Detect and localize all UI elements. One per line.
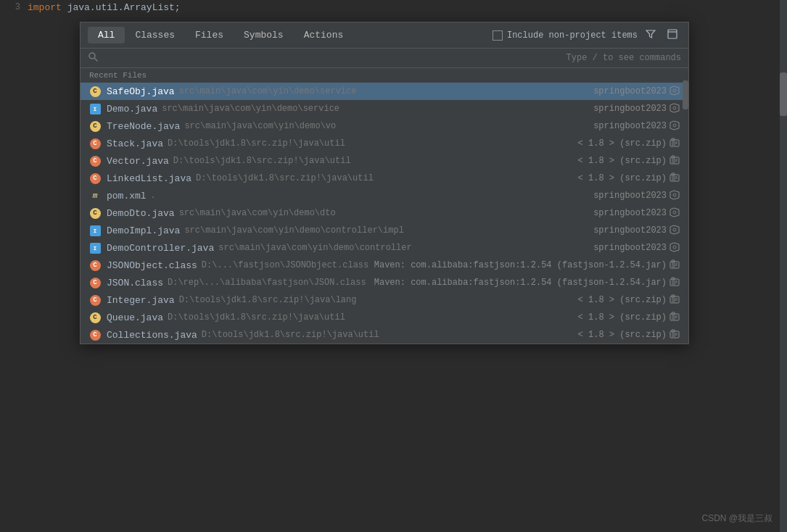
svg-point-23 [673, 211, 676, 214]
popup-scrollbar[interactable] [683, 80, 688, 344]
file-name: Collections.java [107, 330, 197, 341]
window-icon[interactable] [664, 28, 681, 43]
tab-classes[interactable]: Classes [125, 27, 185, 43]
file-project: springboot2023 [593, 242, 680, 254]
svg-point-4 [673, 89, 676, 92]
file-project: < 1.8 > (src.zip) [578, 173, 680, 185]
list-item[interactable]: C Collections.java D:\tools\jdk1.8\src.z… [81, 326, 688, 344]
file-name: SafeObj.java [107, 86, 175, 97]
popup-scrollbar-thumb[interactable] [683, 80, 688, 109]
search-input[interactable] [104, 53, 561, 64]
file-icon: I [89, 242, 101, 254]
file-project: < 1.8 > (src.zip) [578, 294, 680, 307]
main-scrollbar-thumb[interactable] [780, 72, 787, 116]
non-project-checkbox[interactable] [493, 30, 503, 41]
file-icon: m [89, 190, 101, 201]
file-project: < 1.8 > (src.zip) [578, 138, 680, 150]
tabs-row: All Classes Files Symbols Actions Includ… [81, 22, 688, 49]
file-name: Stack.java [107, 138, 163, 149]
list-item[interactable]: I DemoController.java src\main\java\com\… [81, 239, 688, 257]
file-icon: C [89, 329, 101, 341]
search-popup: All Classes Files Symbols Actions Includ… [80, 22, 689, 344]
list-item[interactable]: C TreeNode.java src\main\java\com\yin\de… [81, 117, 688, 135]
list-item[interactable]: C JSON.class D:\rep\...\alibaba\fastjson… [81, 274, 688, 291]
file-name: DemoController.java [107, 243, 214, 254]
search-icon [88, 51, 98, 65]
file-name: DemoDto.java [107, 208, 175, 219]
file-name: Queue.java [107, 312, 163, 323]
file-path: src\main\java\com\yin\demo\controller\im… [184, 225, 403, 236]
list-item[interactable]: C Stack.java D:\tools\jdk1.8\src.zip!\ja… [81, 135, 688, 152]
file-project: Maven: com.alibaba:fastjson:1.2.54 (fast… [374, 259, 680, 272]
svg-point-5 [673, 107, 676, 109]
file-icon: C [89, 259, 101, 271]
svg-point-2 [89, 53, 95, 59]
file-path: src\main\java\com\yin\demo\service [179, 86, 357, 96]
svg-point-6 [673, 124, 676, 127]
file-name: LinkedList.java [107, 173, 191, 184]
watermark: CSDN @我是三叔 [701, 512, 772, 525]
hint-text: Type / to see commands [566, 53, 681, 63]
file-path: D:\tools\jdk1.8\src.zip!\java\util [168, 138, 345, 149]
file-icon: C [89, 277, 101, 288]
file-path: src\main\java\com\yin\demo\dto [179, 208, 336, 218]
svg-line-3 [95, 59, 98, 62]
list-item[interactable]: C Vector.java D:\tools\jdk1.8\src.zip!\j… [81, 152, 688, 170]
tab-actions[interactable]: Actions [294, 27, 354, 43]
file-icon: C [89, 86, 101, 97]
list-item[interactable]: I Demo.java src\main\java\com\yin\demo\s… [81, 100, 688, 117]
svg-rect-0 [668, 30, 677, 38]
list-item[interactable]: C DemoDto.java src\main\java\com\yin\dem… [81, 204, 688, 222]
file-project: < 1.8 > (src.zip) [578, 312, 680, 324]
file-name: Integer.java [107, 295, 175, 306]
file-name: TreeNode.java [107, 121, 180, 132]
file-path: src\main\java\com\yin\demo\vo [184, 121, 336, 131]
file-name: Vector.java [107, 156, 169, 167]
list-item[interactable]: C JSONObject.class D:\...\fastjson\JSONO… [81, 257, 688, 274]
svg-point-25 [673, 246, 676, 249]
code-content: import java.util.ArrayList; [28, 2, 181, 13]
search-input-row: Type / to see commands [81, 49, 688, 68]
list-item[interactable]: C SafeObj.java src\main\java\com\yin\dem… [81, 83, 688, 100]
file-project: springboot2023 [593, 86, 680, 98]
file-project: springboot2023 [593, 103, 680, 115]
file-project: < 1.8 > (src.zip) [578, 329, 680, 341]
list-item[interactable]: C Queue.java D:\tools\jdk1.8\src.zip!\ja… [81, 309, 688, 326]
line-number: 3 [6, 2, 28, 12]
file-icon: C [89, 138, 101, 149]
file-name: JSONObject.class [107, 260, 197, 271]
non-project-area: Include non-project items [493, 28, 681, 43]
tab-symbols[interactable]: Symbols [234, 27, 294, 43]
list-item[interactable]: C Integer.java D:\tools\jdk1.8\src.zip!\… [81, 291, 688, 309]
file-icon: I [89, 103, 101, 115]
list-item[interactable]: I DemoImpl.java src\main\java\com\yin\de… [81, 222, 688, 239]
file-icon: C [89, 207, 101, 219]
file-path: src\main\java\com\yin\demo\controller [218, 243, 411, 253]
file-project: springboot2023 [593, 207, 680, 220]
file-path: D:\tools\jdk1.8\src.zip!\java\util [173, 156, 351, 166]
file-project: springboot2023 [593, 225, 680, 237]
file-icon: C [89, 155, 101, 167]
file-project: springboot2023 [593, 120, 680, 133]
file-project: < 1.8 > (src.zip) [578, 155, 680, 167]
file-path: D:\tools\jdk1.8\src.zip!\java\util [196, 173, 374, 183]
file-path: . [151, 191, 156, 201]
main-scrollbar[interactable] [780, 0, 787, 532]
file-name: DemoImpl.java [107, 225, 180, 236]
file-name: JSON.class [107, 278, 163, 288]
tab-all[interactable]: All [88, 27, 125, 43]
file-icon: I [89, 225, 101, 236]
tab-files[interactable]: Files [185, 27, 234, 43]
file-icon: C [89, 294, 101, 306]
list-item[interactable]: C LinkedList.java D:\tools\jdk1.8\src.zi… [81, 170, 688, 187]
file-name: pom.xml [107, 191, 147, 201]
list-item[interactable]: m pom.xml . springboot2023 [81, 187, 688, 204]
svg-point-24 [673, 228, 676, 231]
file-path: src\main\java\com\yin\demo\service [162, 104, 339, 114]
file-project: springboot2023 [593, 190, 680, 202]
filter-icon[interactable] [642, 28, 659, 43]
file-path: D:\...\fastjson\JSONObject.class [202, 260, 368, 270]
file-path: D:\rep\...\alibaba\fastjson\JSON.class [168, 278, 366, 288]
file-path: D:\tools\jdk1.8\src.zip!\java\util [168, 312, 345, 323]
svg-point-22 [673, 194, 676, 196]
